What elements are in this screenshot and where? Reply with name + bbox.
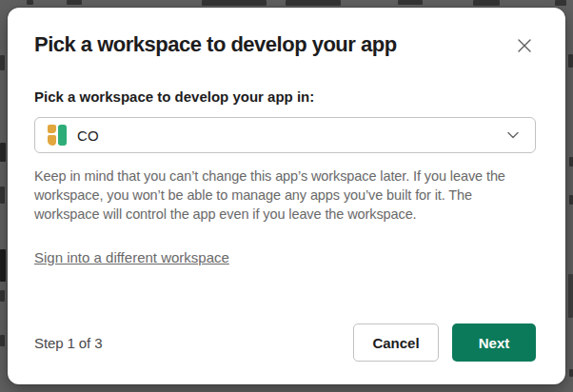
backdrop-artifact <box>67 0 82 5</box>
backdrop-artifact <box>568 54 573 68</box>
backdrop-artifact <box>0 290 5 302</box>
backdrop-artifact <box>555 0 566 6</box>
sign-into-different-workspace-link[interactable]: Sign into a different workspace <box>34 248 229 267</box>
dialog-title: Pick a workspace to develop your app <box>34 31 397 58</box>
workspace-select-label: Pick a workspace to develop your app in: <box>34 88 536 106</box>
warning-line: workspace will control the app even if y… <box>34 205 536 224</box>
chevron-down-icon <box>504 126 523 145</box>
backdrop-artifact <box>569 195 573 205</box>
backdrop-artifact <box>0 335 5 346</box>
pick-workspace-dialog: Pick a workspace to develop your app Pic… <box>8 8 565 384</box>
footer-buttons: Cancel Next <box>353 323 536 362</box>
cancel-button[interactable]: Cancel <box>353 323 439 362</box>
dialog-footer: Step 1 of 3 Cancel Next <box>34 323 536 362</box>
backdrop-artifact <box>27 0 33 5</box>
backdrop-artifact <box>569 157 573 167</box>
dialog-header: Pick a workspace to develop your app <box>8 8 565 58</box>
next-button[interactable]: Next <box>452 323 536 362</box>
backdrop-artifact <box>202 0 267 6</box>
workspace-select[interactable]: CO <box>34 117 536 153</box>
close-button[interactable] <box>513 34 536 57</box>
warning-line: Keep in mind that you can’t change this … <box>34 167 536 186</box>
backdrop-artifact <box>473 0 500 6</box>
backdrop-artifact <box>0 249 6 282</box>
backdrop-artifact <box>0 143 6 162</box>
backdrop-artifact <box>569 369 573 377</box>
backdrop-artifact <box>0 186 5 204</box>
close-icon <box>514 35 535 56</box>
backdrop-artifact <box>398 0 423 5</box>
backdrop-artifact <box>0 55 5 70</box>
workspace-avatar-icon <box>48 125 67 146</box>
step-indicator: Step 1 of 3 <box>34 335 102 351</box>
backdrop-artifact <box>286 0 341 6</box>
backdrop-artifact <box>568 274 573 318</box>
warning-line: workspace, you won’t be able to manage a… <box>34 186 536 205</box>
workspace-select-value: CO <box>77 127 99 144</box>
workspace-warning-text: Keep in mind that you can’t change this … <box>34 167 536 224</box>
